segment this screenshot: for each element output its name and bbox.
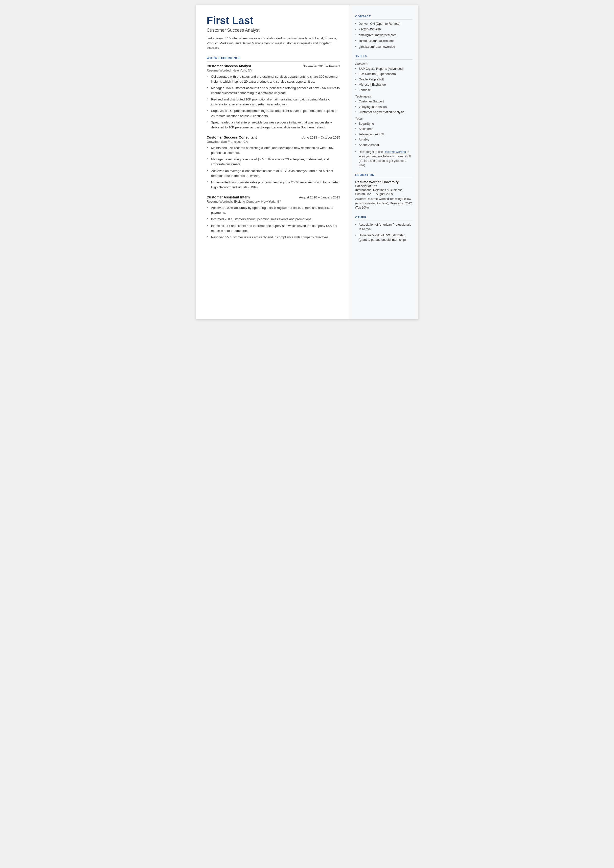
contact-item: email@resumeworded.com bbox=[355, 33, 412, 37]
job-dates-2: June 2013 – October 2015 bbox=[302, 136, 340, 139]
skill-item: SAP Crystal Reports (Advanced) bbox=[355, 67, 412, 71]
skill-group-software-label: Software: bbox=[355, 62, 412, 65]
skill-item: Telamation e-CRM bbox=[355, 132, 412, 137]
bullet: Achieved 100% accuracy by operating a ca… bbox=[207, 205, 340, 215]
skill-item: SugarSync bbox=[355, 122, 412, 126]
skill-item: Verifying information bbox=[355, 105, 412, 109]
skill-item: IBM Domino (Experienced) bbox=[355, 72, 412, 76]
job-header-3: Customer Assistant Intern August 2010 – … bbox=[207, 195, 340, 199]
job-dates-3: August 2010 – January 2013 bbox=[299, 196, 340, 199]
bullet: Managed a recurring revenue of $7.5 mill… bbox=[207, 157, 340, 167]
other-item: Association of American Professionals in… bbox=[355, 222, 412, 231]
skill-item: Airtable bbox=[355, 138, 412, 142]
work-experience-label: WORK EXPERIENCE bbox=[207, 56, 340, 62]
contact-section: CONTACT Denver, OH (Open to Remote) +1-2… bbox=[355, 15, 412, 49]
job-header-1: Customer Success Analyst November 2015 –… bbox=[207, 64, 340, 68]
skill-item: Zendesk bbox=[355, 88, 412, 93]
rw-note-pre: Don't forget to use bbox=[359, 150, 384, 154]
candidate-summary: Led a team of 15 internal resources and … bbox=[207, 36, 340, 51]
education-section: EDUCATION Resume Worded University Bache… bbox=[355, 174, 412, 210]
job-company-2: Growthsi, San Francisco, CA bbox=[207, 140, 340, 143]
skill-item: Adobe Acrobat bbox=[355, 143, 412, 148]
job-bullets-2: Maintained 95K records of existing clien… bbox=[207, 146, 340, 190]
rw-promo-note: Don't forget to use Resume Worded to sca… bbox=[355, 150, 412, 168]
other-item: Universal World of RW Fellowship (grant … bbox=[355, 233, 412, 242]
job-bullets-3: Achieved 100% accuracy by operating a ca… bbox=[207, 205, 340, 240]
skill-item: Customer Support bbox=[355, 99, 412, 104]
job-block-2: Customer Success Consultant June 2013 – … bbox=[207, 135, 340, 190]
candidate-title: Customer Success Analyst bbox=[207, 28, 340, 33]
bullet: Revised and distributed 10K promotional … bbox=[207, 97, 340, 107]
skill-item: Customer Segmentation Analysis bbox=[355, 110, 412, 115]
work-experience-section: WORK EXPERIENCE Customer Success Analyst… bbox=[207, 56, 340, 240]
bullet: Informed 250 customers about upcoming sa… bbox=[207, 217, 340, 222]
skills-section: SKILLS Software: SAP Crystal Reports (Ad… bbox=[355, 55, 412, 168]
edu-location-date: Boston, MA — August 2009 bbox=[355, 192, 412, 196]
right-column: CONTACT Denver, OH (Open to Remote) +1-2… bbox=[349, 5, 419, 319]
other-label: OTHER bbox=[355, 216, 412, 220]
job-title-3: Customer Assistant Intern bbox=[207, 195, 250, 199]
bullet: Collaborated with the sales and professi… bbox=[207, 74, 340, 84]
contact-item: github.com/resumeworded bbox=[355, 45, 412, 49]
resume-page: First Last Customer Success Analyst Led … bbox=[196, 5, 419, 319]
skill-group-techniques-label: Techniques: bbox=[355, 95, 412, 98]
edu-degree: Bachelor of Arts bbox=[355, 184, 412, 188]
other-list: Association of American Professionals in… bbox=[355, 222, 412, 242]
job-dates-1: November 2015 – Present bbox=[303, 64, 340, 68]
job-company-3: Resume Worded's Exciting Company, New Yo… bbox=[207, 200, 340, 203]
job-block-1: Customer Success Analyst November 2015 –… bbox=[207, 64, 340, 130]
job-title-2: Customer Success Consultant bbox=[207, 135, 257, 139]
skill-item: Oracle PeopleSoft bbox=[355, 78, 412, 82]
bullet: Spearheaded a vital enterprise-wide busi… bbox=[207, 120, 340, 130]
job-header-2: Customer Success Consultant June 2013 – … bbox=[207, 135, 340, 139]
bullet: Managed 15K customer accounts and superv… bbox=[207, 85, 340, 96]
contact-list: Denver, OH (Open to Remote) +1-234-456-7… bbox=[355, 22, 412, 49]
job-bullets-1: Collaborated with the sales and professi… bbox=[207, 74, 340, 130]
skill-list-software: SAP Crystal Reports (Advanced) IBM Domin… bbox=[355, 67, 412, 93]
other-section: OTHER Association of American Profession… bbox=[355, 216, 412, 242]
bullet: Implemented country-wide sales programs,… bbox=[207, 180, 340, 190]
edu-school: Resume Worded University bbox=[355, 180, 412, 184]
contact-item: +1-234-456-789 bbox=[355, 27, 412, 32]
skill-list-tools: SugarSync Salesforce Telamation e-CRM Ai… bbox=[355, 122, 412, 148]
contact-label: CONTACT bbox=[355, 15, 412, 20]
job-company-1: Resume Worded, New York, NY bbox=[207, 68, 340, 72]
contact-item: Denver, OH (Open to Remote) bbox=[355, 22, 412, 26]
rw-link[interactable]: Resume Worded bbox=[384, 150, 406, 154]
bullet: Supervised 150 projects implementing Saa… bbox=[207, 109, 340, 118]
edu-awards: Awards: Resume Worded Teaching Fellow (o… bbox=[355, 197, 412, 210]
job-block-3: Customer Assistant Intern August 2010 – … bbox=[207, 195, 340, 240]
skills-label: SKILLS bbox=[355, 55, 412, 60]
bullet: Identified 117 shoplifters and informed … bbox=[207, 224, 340, 233]
contact-item: linkedin.com/in/username bbox=[355, 39, 412, 43]
bullet: Maintained 95K records of existing clien… bbox=[207, 146, 340, 155]
candidate-name: First Last bbox=[207, 15, 340, 26]
skill-group-tools-label: Tools: bbox=[355, 117, 412, 121]
education-label: EDUCATION bbox=[355, 174, 412, 178]
skill-item: Salesforce bbox=[355, 127, 412, 131]
edu-field: International Relations & Business bbox=[355, 188, 412, 192]
left-column: First Last Customer Success Analyst Led … bbox=[196, 5, 349, 319]
skill-item: Microsoft Exchange bbox=[355, 83, 412, 87]
skill-list-techniques: Customer Support Verifying information C… bbox=[355, 99, 412, 115]
bullet: Achieved an average client satisfaction … bbox=[207, 169, 340, 179]
job-title-1: Customer Success Analyst bbox=[207, 64, 251, 68]
bullet: Resolved 55 customer issues amicably and… bbox=[207, 235, 340, 240]
